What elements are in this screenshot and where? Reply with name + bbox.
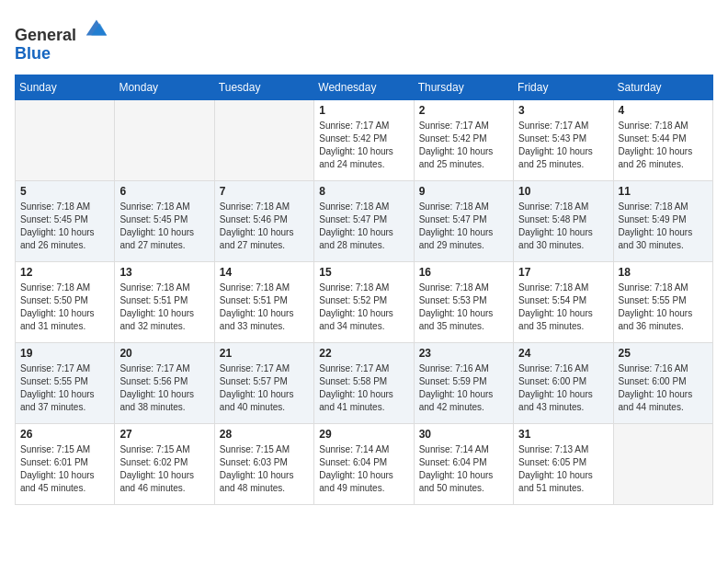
calendar-cell: 8Sunrise: 7:18 AM Sunset: 5:47 PM Daylig… [314, 180, 414, 261]
day-number: 4 [619, 104, 708, 117]
day-number: 12 [20, 266, 109, 279]
calendar-cell: 12Sunrise: 7:18 AM Sunset: 5:50 PM Dayli… [16, 261, 115, 342]
calendar-week-4: 19Sunrise: 7:17 AM Sunset: 5:55 PM Dayli… [16, 342, 713, 423]
day-info: Sunrise: 7:15 AM Sunset: 6:03 PM Dayligh… [220, 443, 309, 495]
day-info: Sunrise: 7:18 AM Sunset: 5:47 PM Dayligh… [319, 201, 408, 252]
day-info: Sunrise: 7:18 AM Sunset: 5:53 PM Dayligh… [419, 282, 508, 333]
calendar-cell: 19Sunrise: 7:17 AM Sunset: 5:55 PM Dayli… [16, 342, 115, 423]
calendar-cell: 21Sunrise: 7:17 AM Sunset: 5:57 PM Dayli… [214, 342, 313, 423]
calendar-cell: 15Sunrise: 7:18 AM Sunset: 5:52 PM Dayli… [314, 261, 414, 342]
calendar: SundayMondayTuesdayWednesdayThursdayFrid… [15, 75, 713, 505]
day-number: 11 [619, 185, 708, 198]
day-info: Sunrise: 7:17 AM Sunset: 5:43 PM Dayligh… [518, 120, 608, 171]
calendar-cell: 29Sunrise: 7:14 AM Sunset: 6:04 PM Dayli… [314, 423, 414, 504]
day-number: 18 [619, 266, 708, 279]
day-info: Sunrise: 7:17 AM Sunset: 5:57 PM Dayligh… [220, 362, 309, 414]
day-info: Sunrise: 7:18 AM Sunset: 5:44 PM Dayligh… [619, 120, 708, 171]
day-number: 29 [319, 428, 408, 441]
day-number: 23 [419, 347, 508, 360]
calendar-cell: 17Sunrise: 7:18 AM Sunset: 5:54 PM Dayli… [514, 261, 613, 342]
calendar-cell: 27Sunrise: 7:15 AM Sunset: 6:02 PM Dayli… [115, 423, 214, 504]
day-info: Sunrise: 7:15 AM Sunset: 6:01 PM Dayligh… [20, 443, 109, 495]
day-info: Sunrise: 7:16 AM Sunset: 6:00 PM Dayligh… [619, 362, 708, 414]
day-number: 26 [20, 428, 109, 441]
weekday-sunday: Sunday [16, 75, 115, 99]
calendar-cell: 16Sunrise: 7:18 AM Sunset: 5:53 PM Dayli… [414, 261, 513, 342]
calendar-cell: 24Sunrise: 7:16 AM Sunset: 6:00 PM Dayli… [514, 342, 613, 423]
day-number: 17 [518, 266, 608, 279]
day-number: 27 [119, 428, 209, 441]
day-number: 21 [220, 347, 309, 360]
calendar-cell: 13Sunrise: 7:18 AM Sunset: 5:51 PM Dayli… [115, 261, 214, 342]
calendar-cell [16, 99, 115, 180]
day-number: 7 [220, 185, 309, 198]
day-number: 24 [518, 347, 608, 360]
logo-general-text: General [15, 26, 76, 44]
calendar-cell: 7Sunrise: 7:18 AM Sunset: 5:46 PM Daylig… [214, 180, 313, 261]
calendar-week-2: 5Sunrise: 7:18 AM Sunset: 5:45 PM Daylig… [16, 180, 713, 261]
day-info: Sunrise: 7:18 AM Sunset: 5:52 PM Dayligh… [319, 282, 408, 333]
day-info: Sunrise: 7:14 AM Sunset: 6:04 PM Dayligh… [419, 443, 508, 495]
weekday-saturday: Saturday [613, 75, 712, 99]
calendar-cell: 18Sunrise: 7:18 AM Sunset: 5:55 PM Dayli… [613, 261, 712, 342]
day-info: Sunrise: 7:18 AM Sunset: 5:45 PM Dayligh… [119, 201, 209, 252]
calendar-cell [214, 99, 313, 180]
calendar-cell [613, 423, 712, 504]
calendar-cell: 28Sunrise: 7:15 AM Sunset: 6:03 PM Dayli… [214, 423, 313, 504]
calendar-cell: 3Sunrise: 7:17 AM Sunset: 5:43 PM Daylig… [514, 99, 613, 180]
calendar-cell: 22Sunrise: 7:17 AM Sunset: 5:58 PM Dayli… [314, 342, 414, 423]
calendar-cell: 5Sunrise: 7:18 AM Sunset: 5:45 PM Daylig… [16, 180, 115, 261]
calendar-week-5: 26Sunrise: 7:15 AM Sunset: 6:01 PM Dayli… [16, 423, 713, 504]
weekday-tuesday: Tuesday [214, 75, 313, 99]
calendar-cell: 23Sunrise: 7:16 AM Sunset: 5:59 PM Dayli… [414, 342, 513, 423]
day-info: Sunrise: 7:17 AM Sunset: 5:42 PM Dayligh… [419, 120, 508, 171]
day-number: 6 [119, 185, 209, 198]
day-info: Sunrise: 7:18 AM Sunset: 5:49 PM Dayligh… [619, 201, 708, 252]
calendar-cell: 14Sunrise: 7:18 AM Sunset: 5:51 PM Dayli… [214, 261, 313, 342]
day-info: Sunrise: 7:17 AM Sunset: 5:58 PM Dayligh… [319, 362, 408, 414]
calendar-cell: 6Sunrise: 7:18 AM Sunset: 5:45 PM Daylig… [115, 180, 214, 261]
day-number: 3 [518, 104, 608, 117]
calendar-cell [115, 99, 214, 180]
weekday-header-row: SundayMondayTuesdayWednesdayThursdayFrid… [16, 75, 713, 99]
day-number: 14 [220, 266, 309, 279]
day-info: Sunrise: 7:17 AM Sunset: 5:56 PM Dayligh… [119, 362, 209, 414]
day-info: Sunrise: 7:16 AM Sunset: 6:00 PM Dayligh… [518, 362, 608, 414]
logo-blue-text: Blue [15, 44, 51, 63]
day-number: 10 [518, 185, 608, 198]
calendar-cell: 4Sunrise: 7:18 AM Sunset: 5:44 PM Daylig… [613, 99, 712, 180]
calendar-cell: 30Sunrise: 7:14 AM Sunset: 6:04 PM Dayli… [414, 423, 513, 504]
calendar-week-3: 12Sunrise: 7:18 AM Sunset: 5:50 PM Dayli… [16, 261, 713, 342]
day-info: Sunrise: 7:18 AM Sunset: 5:46 PM Dayligh… [220, 201, 309, 252]
calendar-cell: 26Sunrise: 7:15 AM Sunset: 6:01 PM Dayli… [16, 423, 115, 504]
calendar-cell: 25Sunrise: 7:16 AM Sunset: 6:00 PM Dayli… [613, 342, 712, 423]
day-number: 2 [419, 104, 508, 117]
page-header: General Blue [15, 15, 713, 63]
day-info: Sunrise: 7:17 AM Sunset: 5:55 PM Dayligh… [20, 362, 109, 414]
day-info: Sunrise: 7:14 AM Sunset: 6:04 PM Dayligh… [319, 443, 408, 495]
calendar-cell: 1Sunrise: 7:17 AM Sunset: 5:42 PM Daylig… [314, 99, 414, 180]
calendar-cell: 20Sunrise: 7:17 AM Sunset: 5:56 PM Dayli… [115, 342, 214, 423]
day-info: Sunrise: 7:18 AM Sunset: 5:51 PM Dayligh… [220, 282, 309, 333]
logo: General Blue [15, 15, 108, 63]
day-info: Sunrise: 7:18 AM Sunset: 5:54 PM Dayligh… [518, 282, 608, 333]
day-info: Sunrise: 7:15 AM Sunset: 6:02 PM Dayligh… [119, 443, 209, 495]
day-info: Sunrise: 7:18 AM Sunset: 5:45 PM Dayligh… [20, 201, 109, 252]
weekday-friday: Friday [514, 75, 613, 99]
calendar-cell: 11Sunrise: 7:18 AM Sunset: 5:49 PM Dayli… [613, 180, 712, 261]
day-number: 13 [119, 266, 209, 279]
day-info: Sunrise: 7:18 AM Sunset: 5:51 PM Dayligh… [119, 282, 209, 333]
day-info: Sunrise: 7:17 AM Sunset: 5:42 PM Dayligh… [319, 120, 408, 171]
day-number: 16 [419, 266, 508, 279]
day-number: 20 [119, 347, 209, 360]
day-number: 30 [419, 428, 508, 441]
weekday-thursday: Thursday [414, 75, 513, 99]
day-info: Sunrise: 7:18 AM Sunset: 5:55 PM Dayligh… [619, 282, 708, 333]
day-info: Sunrise: 7:18 AM Sunset: 5:50 PM Dayligh… [20, 282, 109, 333]
logo-icon [83, 15, 108, 40]
day-number: 5 [20, 185, 109, 198]
calendar-cell: 2Sunrise: 7:17 AM Sunset: 5:42 PM Daylig… [414, 99, 513, 180]
day-number: 15 [319, 266, 408, 279]
day-info: Sunrise: 7:13 AM Sunset: 6:05 PM Dayligh… [518, 443, 608, 495]
day-number: 8 [319, 185, 408, 198]
